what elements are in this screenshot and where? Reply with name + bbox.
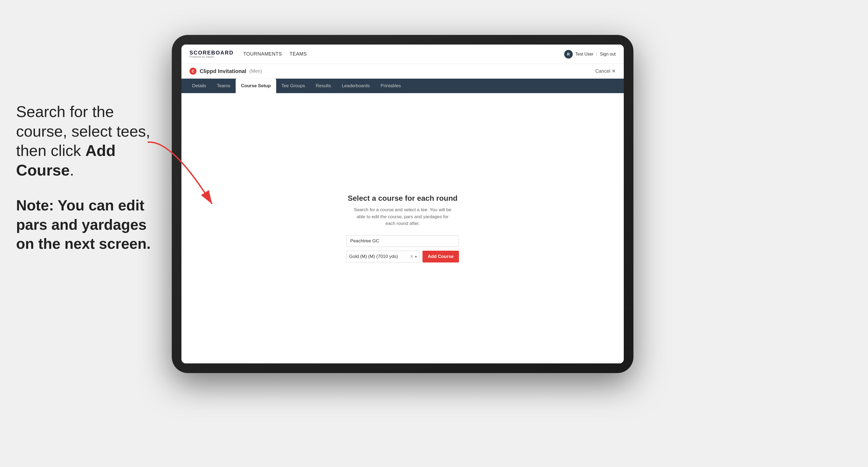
tablet-screen: SCOREBOARD Powered by clippd TOURNAMENTS… [181,44,624,364]
cancel-x-icon: ✕ [612,68,616,74]
content-title: Select a course for each round [348,194,457,203]
nav-teams[interactable]: TEAMS [289,51,307,57]
user-avatar: R [564,50,573,59]
cancel-label: Cancel [595,68,610,74]
tee-select-value: Gold (M) (M) (7010 yds) [349,254,398,259]
nav-links: TOURNAMENTS TEAMS [243,51,307,57]
content-desc: Search for a course and select a tee. Yo… [351,207,454,227]
tab-results[interactable]: Results [310,79,336,93]
logo-area: SCOREBOARD Powered by clippd [189,50,234,58]
navbar-right: R Test User | Sign out [564,50,616,59]
chevron-down-icon[interactable]: ▾ [415,254,417,259]
user-name: Test User [576,52,594,57]
instruction-text: Search for the course, select tees, then… [16,102,166,180]
tee-controls: ✕ ▾ [410,254,417,259]
tab-details[interactable]: Details [187,79,212,93]
main-content: Select a course for each round Search fo… [181,93,624,364]
course-search-input[interactable] [346,235,459,247]
tab-printables[interactable]: Printables [375,79,406,93]
tournament-type: (Men) [249,68,262,74]
nav-tournaments[interactable]: TOURNAMENTS [243,51,282,57]
instruction-period: . [70,161,74,179]
logo-title: SCOREBOARD [189,50,234,55]
navbar-left: SCOREBOARD Powered by clippd TOURNAMENTS… [189,50,307,58]
add-course-button[interactable]: Add Course [423,251,459,262]
logo-subtitle: Powered by clippd [189,55,234,58]
tab-teams[interactable]: Teams [212,79,236,93]
sign-out-link[interactable]: Sign out [600,52,616,57]
tab-leaderboards[interactable]: Leaderboards [336,79,375,93]
tab-tee-groups[interactable]: Tee Groups [276,79,311,93]
instruction-panel: Search for the course, select tees, then… [16,102,166,254]
tournament-header: C Clippd Invitational (Men) Cancel ✕ [181,64,624,79]
clippd-icon: C [189,68,196,74]
instruction-bold: Add Course [16,142,116,179]
divider: | [596,52,597,57]
tee-select-wrapper[interactable]: Gold (M) (M) (7010 yds) ✕ ▾ [346,251,420,262]
note-text: Note: You can edit pars and yardages on … [16,196,166,254]
tee-clear-icon[interactable]: ✕ [410,254,413,259]
tablet-device: SCOREBOARD Powered by clippd TOURNAMENTS… [172,35,633,373]
tablet-frame: SCOREBOARD Powered by clippd TOURNAMENTS… [172,35,633,373]
tournament-left: C Clippd Invitational (Men) [189,68,262,74]
tab-course-setup[interactable]: Course Setup [236,79,276,93]
navbar: SCOREBOARD Powered by clippd TOURNAMENTS… [181,44,624,64]
cancel-button[interactable]: Cancel ✕ [595,68,616,74]
tab-bar: Details Teams Course Setup Tee Groups Re… [181,79,624,93]
tee-select-row: Gold (M) (M) (7010 yds) ✕ ▾ Add Course [346,251,459,262]
tournament-name: Clippd Invitational [200,68,246,74]
